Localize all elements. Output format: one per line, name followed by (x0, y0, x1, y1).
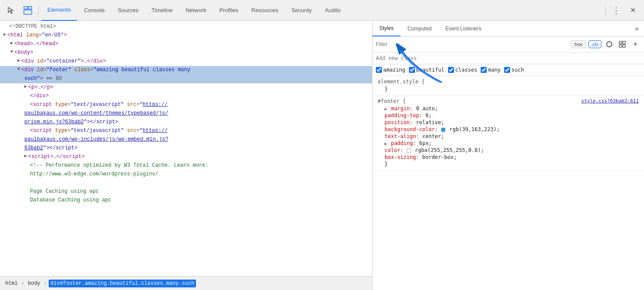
comment3-line: Page Caching using apc (0, 188, 372, 196)
script2-line: <script type="text/javascript" src="http… (0, 127, 372, 135)
div-footer-line-cont: such"> == $0 (0, 75, 372, 83)
styles-more-button[interactable]: » (630, 21, 644, 36)
tab-profiles[interactable]: Profiles (213, 0, 244, 21)
footer-selector: #footer { style.css?63bab2:611 (378, 98, 639, 104)
add-rule-button[interactable]: + (630, 39, 641, 49)
script2-url-line: paulbakaus.com/wp-includes/js/wp-embed.m… (0, 135, 372, 144)
class-label-such: such (511, 67, 524, 73)
script1-url-line: paulbakaus.com/wp-content/themes/typebas… (0, 109, 372, 118)
class-checkbox-such[interactable] (504, 67, 510, 73)
devtools-toolbar: Elements Console Sources Timeline Networ… (0, 0, 644, 21)
tab-console[interactable]: Console (78, 0, 111, 21)
class-checkbox-many[interactable] (481, 67, 487, 73)
p-line: ▶ <p>…</p> (0, 83, 372, 92)
styles-filter-input[interactable] (376, 41, 568, 47)
cls-button[interactable]: .cls (588, 40, 602, 48)
tab-event-listeners[interactable]: Event Listeners (438, 21, 488, 36)
element-style-close: } (378, 86, 639, 92)
add-class-input[interactable] (376, 55, 641, 61)
background-color-swatch[interactable] (441, 128, 445, 132)
blank-line (0, 179, 372, 188)
script1-url-line2: prism.min.js?63bab2"></script> (0, 118, 372, 127)
tab-network[interactable]: Network (179, 0, 212, 21)
p-triangle[interactable]: ▶ (24, 83, 27, 90)
element-select-button[interactable] (20, 3, 36, 18)
tab-resources[interactable]: Resources (245, 0, 284, 21)
div-container-line: ▶ <div id="container" >…</div> (0, 57, 372, 66)
script2-url-line2: 63bab2"></script> (0, 144, 372, 153)
prop-color: color: rgba(255,255,255,0.8); (378, 147, 639, 154)
svg-rect-1 (24, 10, 32, 14)
prop-text-align: text-align: center; (378, 133, 639, 140)
class-label-classes: classes (455, 67, 478, 73)
class-item-such: such (504, 67, 524, 73)
styles-panel: Styles Computed Event Listeners » :hov .… (372, 21, 644, 290)
toolbar-separator-2 (605, 4, 606, 16)
styles-filter-bar: :hov .cls + (372, 36, 644, 53)
class-item-amazing: amazing (376, 67, 405, 73)
tab-timeline[interactable]: Timeline (146, 0, 179, 21)
hov-button[interactable]: :hov (571, 40, 586, 48)
head-triangle[interactable]: ▶ (10, 40, 13, 47)
footer-rule-close: } (378, 161, 639, 168)
div-footer-line[interactable]: ▼ <div id="footer" class="amazing beauti… (0, 66, 372, 75)
class-checkbox-amazing[interactable] (376, 67, 382, 73)
prop-box-sizing: box-sizing: border-box; (378, 154, 639, 161)
class-checkbox-beautiful[interactable] (409, 67, 415, 73)
comment1-line: <!-- Performance optimized by W3 Total C… (0, 161, 372, 170)
svg-rect-4 (623, 41, 625, 44)
breadcrumb-html[interactable]: html (3, 280, 20, 287)
prop-margin: ▶ margin: 0 auto; (378, 105, 639, 112)
script3-line: ▶ <script>…</script> (0, 153, 372, 161)
padding-triangle[interactable]: ▶ (385, 142, 387, 146)
body-triangle[interactable]: ▼ (10, 49, 13, 56)
tab-styles[interactable]: Styles (372, 21, 401, 36)
grid-icon-button[interactable] (617, 39, 627, 49)
class-label-beautiful: beautiful (416, 67, 445, 73)
color-swatch[interactable] (407, 148, 411, 153)
body-open-line: ▼ <body> (0, 49, 372, 57)
margin-triangle[interactable]: ▶ (385, 107, 387, 111)
tab-computed[interactable]: Computed (401, 21, 438, 36)
svg-rect-5 (619, 45, 622, 47)
prop-padding: ▶ padding: 6px; (378, 140, 639, 147)
close-devtools-button[interactable]: ✕ (625, 3, 641, 18)
footer-rule-source[interactable]: style.css?63bab2:611 (581, 98, 639, 104)
main-area: <!DOCTYPE html> ▶ <html lang="en-US" > ▶… (0, 21, 644, 290)
toolbar-separator (38, 4, 39, 16)
div-close-line: </div> (0, 92, 372, 101)
breadcrumb-body[interactable]: body (26, 280, 42, 287)
cursor-tool-button[interactable] (3, 3, 19, 18)
element-style-rule: element.style { } (372, 76, 644, 96)
html-triangle[interactable]: ▶ (3, 31, 6, 38)
prop-background-color: background-color: rgb(39,163,223); (378, 126, 639, 133)
tab-security[interactable]: Security (285, 0, 318, 21)
more-tools-button[interactable]: ⋮ (608, 3, 624, 18)
class-item-many: many (481, 67, 501, 73)
html-open-line: ▶ <html lang="en-US" > (0, 31, 372, 40)
elements-content[interactable]: <!DOCTYPE html> ▶ <html lang="en-US" > ▶… (0, 21, 372, 276)
elements-panel: <!DOCTYPE html> ▶ <html lang="en-US" > ▶… (0, 21, 372, 290)
footer-rule: #footer { style.css?63bab2:611 ▶ margin:… (372, 96, 644, 171)
tab-elements[interactable]: Elements (41, 0, 77, 21)
class-label-many: many (488, 67, 501, 73)
container-triangle[interactable]: ▶ (17, 57, 20, 64)
comment2-line: http://www.w3-edge.com/wordpress-plugins… (0, 170, 372, 179)
tab-sources[interactable]: Sources (112, 0, 145, 21)
script3-triangle[interactable]: ▶ (24, 153, 27, 160)
class-item-classes: classes (448, 67, 478, 73)
class-checkbox-classes[interactable] (448, 67, 454, 73)
prop-padding-top: padding-top: 0; (378, 112, 639, 119)
svg-rect-2 (28, 7, 32, 9)
class-label-amazing: amazing (383, 67, 405, 73)
add-class-bar (372, 53, 644, 64)
footer-triangle[interactable]: ▼ (17, 66, 20, 73)
palette-icon-button[interactable] (604, 39, 614, 49)
svg-rect-0 (24, 7, 27, 9)
comment4-line: Database Caching using apc (0, 196, 372, 205)
tab-audits[interactable]: Audits (319, 0, 346, 21)
breadcrumb-footer[interactable]: div#footer.amazing.beautiful.classes.man… (49, 280, 196, 287)
styles-content[interactable]: element.style { } #footer { style.css?63… (372, 76, 644, 290)
script1-line: <script type="text/javascript" src="http… (0, 101, 372, 109)
head-line: ▶ <head>…</head> (0, 40, 372, 49)
